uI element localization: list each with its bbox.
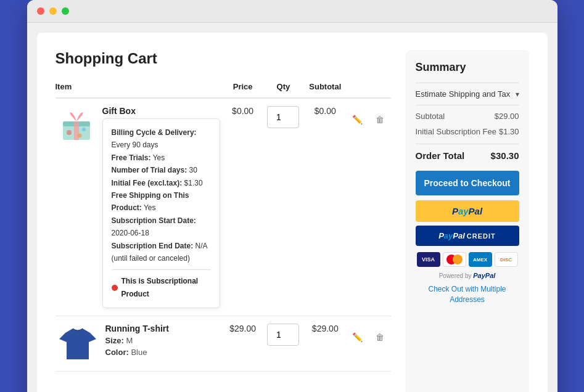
item-name-tshirt: Running T-shirt [105, 324, 169, 333]
page-title: Shopping Cart [56, 50, 391, 67]
tshirt-qty-input[interactable] [267, 324, 299, 346]
initial-fee-label: Initial Subscription Fee [416, 127, 497, 136]
summary-panel: Summary Estimate Shipping and Tax ▾ Subt… [406, 50, 529, 392]
subscription-tag: This is Subscriptional Product [112, 269, 212, 300]
powered-by-text: Powered by [439, 272, 472, 279]
item-cell-gift-box: Gift Box Billing Cycle & Delivery: Every… [56, 98, 223, 316]
tshirt-qty-cell [263, 316, 304, 372]
gift-box-subtotal: $0.00 [304, 98, 346, 316]
paypal-credit-button[interactable]: P ay Pal CREDIT [416, 226, 519, 246]
initial-fee-value: $1.30 [499, 127, 519, 136]
checkout-addresses-link[interactable]: Check Out with Multiple Addresses [416, 284, 519, 305]
gift-box-delete-icon[interactable]: 🗑 [371, 111, 389, 128]
col-header-actions [346, 82, 390, 98]
page-content: Shopping Cart Item Price Qty Subtotal [37, 33, 548, 392]
col-header-qty: Qty [263, 82, 304, 98]
gift-box-tooltip: Billing Cycle & Delivery: Every 90 days … [102, 118, 221, 308]
gift-box-actions: ✏️ 🗑 [346, 98, 390, 316]
gift-box-image [58, 106, 95, 146]
col-header-price: Price [223, 82, 262, 98]
shipping-estimate-row[interactable]: Estimate Shipping and Tax ▾ [416, 83, 519, 105]
tshirt-edit-icon[interactable]: ✏️ [349, 329, 366, 346]
minimize-dot[interactable] [49, 7, 57, 15]
tooltip-start-date: Subscription Start Date: 2020-06-18 [112, 214, 212, 240]
tooltip-billing-cycle: Billing Cycle & Delivery: Every 90 days [112, 126, 212, 152]
order-total-label: Order Total [416, 150, 465, 161]
proceed-to-checkout-button[interactable]: Proceed to Checkout [416, 171, 519, 195]
tshirt-actions: ✏️ 🗑 [346, 316, 390, 372]
initial-fee-row: Initial Subscription Fee $1.30 [416, 127, 519, 136]
item-cell-tshirt: Running T-shirt Size: M Color: Blue [56, 316, 223, 372]
subtotal-value: $29.00 [495, 112, 519, 121]
tshirt-price: $29.00 [223, 316, 262, 372]
shipping-estimate-label: Estimate Shipping and Tax [416, 89, 511, 99]
powered-paypal-text: PayPal [473, 272, 495, 279]
gift-box-edit-icon[interactable]: ✏️ [349, 111, 366, 128]
close-dot[interactable] [37, 7, 44, 15]
cart-table: Item Price Qty Subtotal [56, 82, 391, 372]
subtotal-label: Subtotal [416, 112, 445, 121]
table-row: Running T-shirt Size: M Color: Blue [56, 316, 391, 372]
tooltip-end-date: Subscription End Date: N/A (until failed… [112, 240, 212, 265]
subtotal-row: Subtotal $29.00 [416, 112, 519, 121]
tshirt-subtotal: $29.00 [304, 316, 346, 372]
order-total-value: $30.30 [491, 150, 519, 161]
svg-point-3 [67, 130, 72, 135]
gift-box-qty-input[interactable] [267, 106, 299, 128]
tooltip-trial-days: Number of Trial days: 30 [112, 164, 212, 176]
mastercard-icon [443, 252, 466, 267]
discover-card-icon: DISC [495, 252, 518, 267]
summary-title: Summary [416, 61, 519, 74]
col-header-subtotal: Subtotal [304, 82, 346, 98]
subscription-label: This is Subscriptional Product [121, 275, 212, 300]
amex-card-icon: AMEX [469, 252, 492, 267]
gift-box-qty-cell [263, 98, 304, 316]
item-name-gift-box: Gift Box [102, 106, 221, 116]
paypal-pay-icon: ay [458, 206, 469, 216]
powered-by-row: Powered by PayPal [416, 272, 519, 279]
table-row: Gift Box Billing Cycle & Delivery: Every… [56, 98, 391, 316]
maximize-dot[interactable] [62, 7, 69, 15]
tooltip-free-shipping: Free Shipping on This Product: Yes [112, 189, 212, 214]
svg-point-5 [77, 133, 81, 137]
tshirt-image [58, 324, 98, 364]
paypal-p-icon: P [452, 206, 458, 216]
paypal-credit-ay-icon: ay [444, 231, 453, 240]
paypal-pal-icon: Pal [469, 206, 483, 216]
title-bar [27, 0, 557, 23]
paypal-button[interactable]: P ay Pal [416, 200, 519, 222]
tshirt-svg [59, 324, 96, 364]
paypal-credit-text: CREDIT [467, 232, 496, 240]
paypal-credit-p-icon: P [438, 231, 444, 240]
main-area: Shopping Cart Item Price Qty Subtotal [56, 50, 391, 392]
tooltip-initial-fee: Initial Fee (excl.tax): $1.30 [112, 177, 212, 189]
paypal-credit-pal-icon: Pal [453, 231, 465, 240]
gift-box-price: $0.00 [223, 98, 262, 316]
tshirt-size: Size: M [105, 336, 169, 345]
svg-point-4 [82, 128, 86, 131]
col-header-item: Item [56, 82, 223, 98]
chevron-down-icon: ▾ [516, 90, 519, 99]
gift-box-svg [58, 108, 95, 145]
payment-cards-row: VISA AMEX DISC [416, 252, 519, 267]
subscription-dot [112, 285, 118, 291]
order-total-row: Order Total $30.30 [416, 144, 519, 161]
tshirt-color: Color: Blue [105, 348, 169, 357]
visa-card-icon: VISA [417, 252, 440, 267]
tshirt-delete-icon[interactable]: 🗑 [371, 329, 389, 346]
browser-window: Shopping Cart Item Price Qty Subtotal [27, 0, 557, 392]
tooltip-free-trials: Free Trials: Yes [112, 152, 212, 164]
